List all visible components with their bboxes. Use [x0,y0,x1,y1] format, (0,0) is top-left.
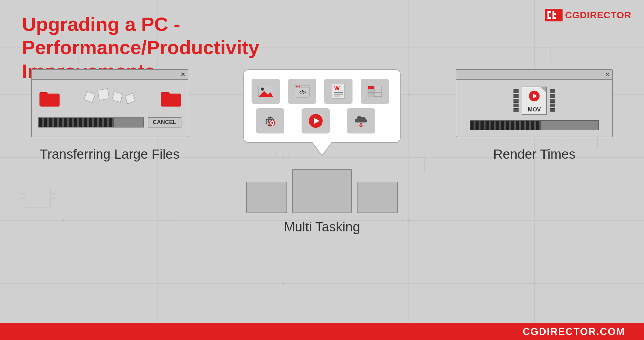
content-area: ✕ [19,69,625,235]
svg-point-46 [296,86,297,88]
svg-text:</>: </> [298,90,306,95]
svg-rect-39 [40,95,59,106]
mov-file-area: MOV [514,87,555,115]
multitasking-label: Multi Tasking [284,219,360,235]
file-icons-row [38,89,181,108]
render-times-panel: ✕ [444,69,625,162]
folder-icon-right [159,89,181,108]
logo-area: CGDIRECTOR [545,9,631,21]
file-transfer-label: Transferring Large Files [40,147,180,162]
monitor-panel-right [357,182,398,213]
bottom-bar: CGDIRECTOR.COM [0,323,644,340]
window-titlebar-1: ✕ [32,70,188,80]
code-app-icon: </> [288,79,316,104]
folder-icon-left [38,89,60,108]
svg-rect-55 [368,86,374,89]
svg-rect-56 [368,89,374,92]
svg-rect-57 [368,92,374,97]
logo-brand-text: CGDIRECTOR [565,10,631,20]
svg-marker-68 [359,122,363,124]
progress-row: CANCEL [38,117,181,128]
doc-corner [541,87,546,93]
file-transfer-window: ✕ [31,69,188,137]
progress-bar-fill [39,118,114,127]
film-strip-left [514,89,519,112]
film-cell [550,108,555,112]
svg-point-47 [298,86,300,88]
film-cell [550,89,555,93]
render-window: ✕ [456,69,613,137]
photo-app-icon [252,79,280,104]
close-icon-3: ✕ [605,71,610,78]
film-cell [550,99,555,103]
file-transfer-panel: ✕ [19,69,201,162]
film-cell [550,94,555,98]
video-app-icon [302,108,330,133]
footer-text: CGDIRECTOR.COM [523,326,625,337]
monitor-panel-left [246,182,287,213]
cloud-app-icon [347,108,375,133]
cgdirector-logo-icon [545,9,563,21]
file-transfer-content: CANCEL [32,80,188,137]
app-icons-row2 [252,108,392,133]
multitasking-content: </> W [243,69,401,213]
render-window-content: MOV [456,80,612,137]
monitor-base-area [246,169,398,213]
film-cell [514,99,519,103]
film-cell [514,94,519,98]
svg-point-20 [281,282,285,285]
film-cell [514,104,519,107]
svg-point-15 [533,282,536,285]
progress-bar-container [38,117,144,128]
cancel-button[interactable]: CANCEL [148,117,181,128]
film-cell [550,104,555,107]
play-circle [529,91,540,101]
mov-file-label: MOV [528,106,541,113]
spreadsheet-app-icon [361,79,389,104]
word-app-icon: W [324,79,353,104]
app-icons-row1: </> W [252,79,392,104]
film-cell [514,89,519,93]
film-cell [514,108,519,112]
svg-rect-40 [161,95,181,106]
logo-text: CGDIRECTOR [565,10,631,20]
render-progress-fill [470,121,541,130]
svg-text:W: W [334,85,340,92]
mov-document: MOV [522,87,547,115]
svg-point-42 [261,88,264,91]
monitor-panel-center [292,169,352,213]
render-times-label: Render Times [493,147,575,162]
multitasking-panel: </> W [213,69,431,235]
window-titlebar-3: ✕ [456,70,612,80]
play-triangle-icon [533,94,537,99]
close-icon-1: ✕ [180,71,185,78]
settings-app-icon [256,108,284,133]
speech-bubble: </> W [243,69,401,143]
film-strip-right [550,89,555,112]
render-progress-container [470,120,599,130]
